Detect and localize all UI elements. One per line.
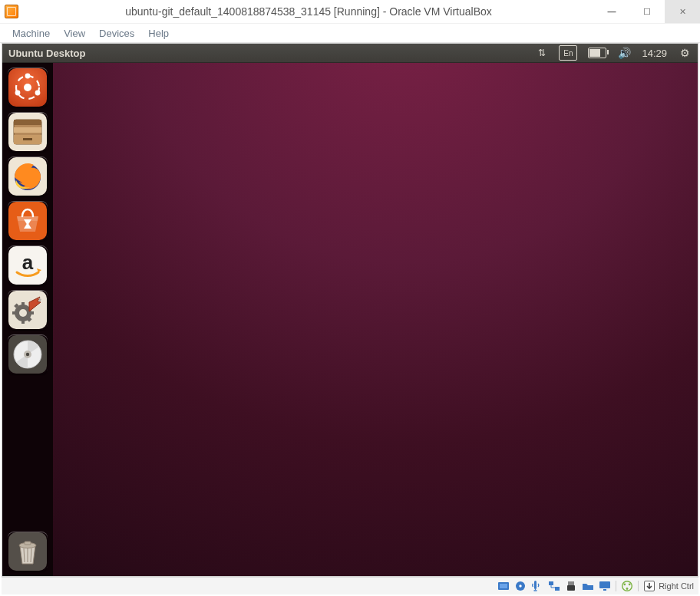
- launcher-trash-icon[interactable]: [8, 532, 48, 571]
- svg-rect-42: [549, 581, 553, 585]
- svg-rect-21: [21, 319, 25, 324]
- svg-rect-22: [12, 311, 17, 314]
- svg-point-51: [626, 588, 629, 590]
- status-divider: [638, 581, 639, 591]
- panel-title: Ubuntu Desktop: [8, 48, 534, 59]
- status-audio-icon[interactable]: [531, 580, 543, 592]
- svg-rect-11: [23, 138, 32, 140]
- svg-point-5: [24, 84, 31, 91]
- launcher-files-icon[interactable]: [8, 112, 48, 152]
- launcher-disc-icon[interactable]: [8, 334, 48, 374]
- status-display-icon[interactable]: [599, 580, 611, 592]
- svg-rect-20: [21, 302, 25, 307]
- svg-point-40: [519, 584, 521, 587]
- menu-devices[interactable]: Devices: [93, 26, 140, 41]
- svg-point-49: [624, 583, 626, 585]
- status-divider: [616, 581, 616, 591]
- launcher-settings-icon[interactable]: [8, 290, 48, 330]
- status-host-key[interactable]: Right Ctrl: [643, 580, 694, 592]
- svg-text:a: a: [22, 251, 34, 274]
- launcher-amazon-icon[interactable]: a: [8, 245, 48, 285]
- launcher-dash-icon[interactable]: [8, 68, 48, 107]
- maximize-button[interactable]: ☐: [629, 0, 665, 23]
- unity-launcher: a: [2, 63, 53, 576]
- desktop-wallpaper[interactable]: [53, 63, 698, 576]
- vm-display[interactable]: Ubuntu Desktop ⇅ En 🔊 14:29 ⚙: [2, 43, 698, 577]
- launcher-firefox-icon[interactable]: [8, 156, 48, 196]
- svg-point-30: [26, 353, 29, 356]
- svg-rect-33: [25, 542, 31, 545]
- launcher-software-center-icon[interactable]: [8, 201, 48, 241]
- virtualbox-window: ubuntu-git_default_1400818874538_31145 […: [0, 0, 700, 596]
- svg-rect-38: [500, 584, 507, 588]
- unity-top-panel[interactable]: Ubuntu Desktop ⇅ En 🔊 14:29 ⚙: [2, 44, 698, 63]
- svg-rect-47: [603, 589, 606, 591]
- svg-point-2: [25, 74, 31, 79]
- battery-indicator-icon[interactable]: [588, 48, 606, 58]
- status-harddisk-icon[interactable]: [497, 580, 510, 592]
- svg-point-50: [629, 583, 631, 585]
- window-title: ubuntu-git_default_1400818874538_31145 […: [23, 5, 594, 18]
- status-shared-folders-icon[interactable]: [582, 580, 594, 592]
- menu-machine[interactable]: Machine: [6, 26, 56, 41]
- svg-rect-9: [14, 127, 41, 133]
- svg-point-3: [35, 91, 41, 96]
- system-gear-icon[interactable]: ⚙: [678, 46, 692, 60]
- network-indicator-icon[interactable]: ⇅: [534, 46, 548, 60]
- clock[interactable]: 14:29: [642, 48, 667, 59]
- status-optical-icon[interactable]: [514, 580, 527, 592]
- vb-titlebar[interactable]: ubuntu-git_default_1400818874538_31145 […: [0, 0, 700, 24]
- svg-rect-23: [29, 311, 34, 314]
- close-button[interactable]: ✕: [665, 0, 700, 23]
- svg-rect-41: [534, 581, 537, 589]
- svg-rect-8: [14, 120, 41, 125]
- volume-indicator-icon[interactable]: 🔊: [617, 46, 631, 60]
- unity-desktop: a: [2, 63, 698, 576]
- svg-rect-46: [599, 581, 610, 588]
- keyboard-indicator[interactable]: En: [559, 45, 577, 61]
- menu-view[interactable]: View: [58, 26, 91, 41]
- svg-point-19: [19, 309, 27, 317]
- status-usb-icon[interactable]: [565, 580, 577, 592]
- svg-rect-44: [568, 581, 574, 585]
- vb-statusbar: Right Ctrl: [2, 577, 698, 594]
- virtualbox-app-icon: [5, 5, 18, 18]
- minimize-button[interactable]: —: [594, 0, 629, 23]
- svg-rect-45: [567, 585, 575, 591]
- panel-indicators: ⇅ En 🔊 14:29 ⚙: [534, 45, 692, 61]
- vb-menubar: Machine View Devices Help: [0, 24, 700, 43]
- svg-point-4: [15, 91, 21, 96]
- status-guest-additions-icon[interactable]: [621, 580, 633, 592]
- status-network-icon[interactable]: [548, 580, 560, 592]
- window-controls: — ☐ ✕: [594, 0, 700, 23]
- menu-help[interactable]: Help: [142, 26, 175, 41]
- host-key-label: Right Ctrl: [659, 581, 694, 591]
- host-key-arrow-icon: [643, 580, 655, 592]
